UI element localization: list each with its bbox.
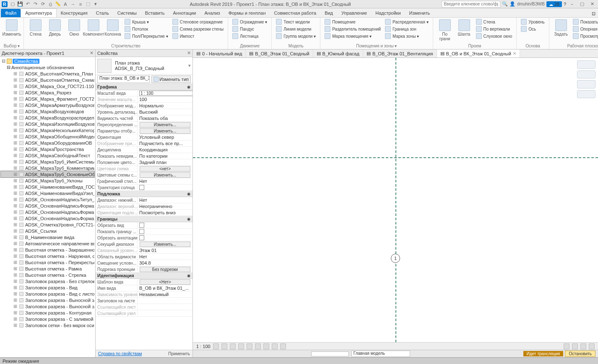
tree-expand-icon[interactable]: ⊞	[13, 77, 18, 83]
tree-expand-icon[interactable]: ⊞	[13, 121, 18, 127]
ribbon-small-button[interactable]: Лестница	[231, 33, 269, 39]
property-edit-button[interactable]: Изменить...	[140, 242, 190, 247]
view-scale-label[interactable]: 1 : 100	[196, 344, 211, 349]
ribbon-tab-5[interactable]: Вставить	[141, 9, 169, 17]
qat-save-icon[interactable]: 💾	[17, 1, 23, 8]
tree-expand-icon[interactable]: ⊞	[13, 184, 18, 190]
tree-expand-icon[interactable]: ⊞	[13, 222, 18, 227]
document-tab[interactable]: ▤0 - Начальный вид	[193, 49, 246, 57]
signin-icon[interactable]: 👤	[510, 1, 515, 7]
tree-expand-icon[interactable]: ⊞	[13, 241, 18, 246]
ribbon-small-button[interactable]: Потолок	[123, 26, 170, 32]
tree-expand-icon[interactable]: ⊞	[13, 291, 18, 296]
tree-item[interactable]: ⊞ADSK_МаркаТруб_Комментарии	[1, 165, 94, 171]
ribbon-small-button[interactable]: Пандус	[231, 26, 269, 32]
highlight-icon[interactable]	[589, 343, 595, 349]
tree-item[interactable]: ⊞Заголовок разреза - Выносной эле	[1, 297, 94, 303]
sun-path-icon[interactable]	[230, 343, 236, 349]
property-value[interactable]: Этаж 01	[139, 248, 157, 253]
tree-expand-icon[interactable]: ⊞	[13, 71, 18, 76]
ribbon-big-button[interactable]: Компонент	[84, 18, 103, 37]
tree-item[interactable]: ⊞Заголовок разреза - Без стрелок	[1, 278, 94, 284]
tree-item[interactable]: ⊞Высотная отметка - Закрашенное з	[1, 247, 94, 253]
infocenter-icon[interactable]: 🔍	[502, 1, 508, 7]
property-value[interactable]: Координация	[139, 147, 168, 152]
tree-expand-icon[interactable]: ⊞	[13, 272, 18, 278]
ribbon-small-button[interactable]: Слуховое окно	[474, 33, 514, 39]
temporary-hide-icon[interactable]	[272, 343, 278, 349]
tree-expand-icon[interactable]: ⊞	[13, 234, 18, 240]
ribbon-small-button[interactable]: Стена	[474, 18, 514, 25]
tree-item[interactable]: ⊞ADSK_Марка_Разрез	[1, 89, 94, 96]
nav-pan-icon[interactable]	[577, 80, 595, 88]
ribbon-small-button[interactable]: Разделитель помещений	[323, 26, 382, 32]
ribbon-small-button[interactable]: Марка зоны ▾	[383, 33, 430, 39]
tree-expand-icon[interactable]: ⊞	[13, 216, 18, 221]
tree-expand-icon[interactable]: ⊞	[13, 83, 18, 89]
doc-tab-close-icon[interactable]: ✕	[513, 51, 516, 56]
property-value[interactable]: Задний план	[139, 160, 166, 165]
property-edit-button[interactable]: Изменить...	[140, 128, 190, 134]
crop-view-icon[interactable]	[247, 343, 252, 349]
tree-expand-icon[interactable]: ⊞	[13, 209, 18, 215]
tree-item[interactable]: ⊞В_Наименование вида	[1, 234, 94, 240]
tree-item[interactable]: ⊞ADSK_МаркаАрматурыВоздуховод	[1, 102, 94, 108]
property-category[interactable]: Графика⨳	[96, 84, 192, 90]
ribbon-big-button[interactable]: Задать	[552, 18, 570, 37]
links-icon[interactable]	[580, 343, 586, 349]
property-edit-button[interactable]: <нет>	[140, 166, 190, 172]
tree-item[interactable]: ⊞ADSK_МаркаВоздуховодов	[1, 108, 94, 114]
property-checkbox[interactable]	[139, 229, 144, 234]
ribbon-small-button[interactable]: Стеновое ограждение	[171, 18, 225, 25]
recording-stop-button[interactable]: Остановить	[565, 351, 595, 357]
qat-print-icon[interactable]: ⎙	[47, 1, 54, 8]
tree-expand-icon[interactable]: ⊞	[13, 203, 18, 208]
tree-expand-icon[interactable]: ⊞	[13, 316, 18, 322]
ribbon-small-button[interactable]: Распределенная ▾	[383, 18, 430, 25]
property-value[interactable]: Независимый	[139, 292, 169, 297]
tree-item[interactable]: ⊞ADSK_МаркаТруб_ОсновныеОбозначения	[1, 171, 94, 177]
grid-line-vertical[interactable]	[395, 58, 396, 342]
help-icon[interactable]: ?	[564, 2, 566, 7]
grid-line-horizontal[interactable]	[193, 157, 598, 158]
qat-open-icon[interactable]: ▢	[9, 1, 16, 8]
tree-item[interactable]: ⊞ADSK_ВысотнаяОтметка_План	[1, 70, 94, 77]
ribbon-small-button[interactable]: Ограждение ▾	[231, 18, 269, 25]
tree-expand-icon[interactable]: ⊞	[13, 253, 18, 259]
ribbon-small-button[interactable]: Опорная плоскость	[571, 26, 598, 32]
ribbon-small-button[interactable]: Марка помещения ▾	[323, 33, 382, 39]
tree-item[interactable]: ⊞ADSK_ОтметкаУровня_ГОСТ21-110	[1, 221, 94, 228]
tree-item[interactable]: ⊞ADSK_МаркаТруб_Уклоны	[1, 177, 94, 184]
ribbon-small-button[interactable]: Просмотр	[571, 33, 598, 39]
tree-item[interactable]: ⊞ADSK_МаркаОборудованияОВ	[1, 140, 94, 146]
property-input[interactable]	[139, 91, 192, 96]
navigation-bar[interactable]	[577, 60, 595, 98]
tree-expand-icon[interactable]: ⊞	[13, 153, 18, 158]
qat-undo-icon[interactable]: ↶	[24, 1, 31, 8]
ribbon-small-button[interactable]: По вертикали	[474, 26, 514, 32]
tree-expand-icon[interactable]: ⊞	[13, 172, 18, 177]
maximize-button[interactable]: ▢	[578, 1, 586, 7]
tree-item[interactable]: ⊞ADSK_МаркаПространства	[1, 146, 94, 152]
ribbon-collapse-icon[interactable]: ⊡	[589, 10, 598, 17]
document-tab[interactable]: ▤В_ОВ_Этаж 01_Вентиляция	[363, 49, 437, 57]
tree-expand-icon[interactable]: ⊞	[13, 228, 18, 234]
property-edit-button[interactable]: Изменить...	[140, 122, 190, 127]
tree-expand-icon[interactable]: ⊞	[13, 146, 18, 152]
ribbon-big-button[interactable]: Колонна	[104, 18, 122, 37]
worksharing-icon[interactable]	[564, 343, 569, 349]
tree-item[interactable]: ⊞ADSK_МаркаНесколькихКатегори	[1, 127, 94, 133]
category-expand-icon[interactable]: ⨳	[186, 191, 191, 196]
ribbon-tab-8[interactable]: Формы и генплан	[224, 9, 270, 17]
tree-item[interactable]: ⊞Заголовок разреза - Вид	[1, 284, 94, 291]
ribbon-small-button[interactable]: Текст модели	[274, 18, 317, 25]
property-category[interactable]: Идентификация⨳	[96, 273, 192, 279]
ribbon-big-button[interactable]: Шахта	[455, 18, 473, 37]
tree-expand-icon[interactable]: ⊞	[13, 96, 18, 101]
property-value[interactable]: В_ОВ и ВК_Этаж 01_...	[139, 286, 189, 291]
ribbon-small-button[interactable]: Уровень	[519, 18, 546, 25]
property-category[interactable]: Границы⨳	[96, 216, 192, 222]
property-category[interactable]: Подложка⨳	[96, 191, 192, 197]
properties-apply-button[interactable]: Применить	[168, 351, 190, 356]
project-browser-close-icon[interactable]: ✕	[90, 50, 94, 56]
